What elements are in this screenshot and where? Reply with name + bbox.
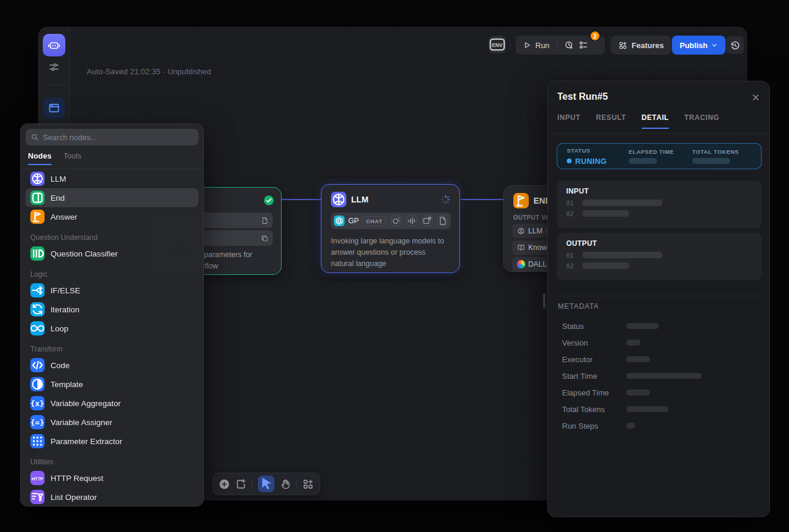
organize-nodes-button[interactable] bbox=[302, 479, 314, 490]
total-tokens-label: TOTAL TOKENS bbox=[692, 148, 739, 155]
input-rows: 01 02 bbox=[566, 200, 662, 217]
node-type-icon bbox=[30, 434, 45, 448]
node-type-icon: {x} bbox=[30, 396, 45, 410]
svg-text:{x}: {x} bbox=[30, 399, 44, 408]
checklist-icon[interactable] bbox=[579, 40, 588, 50]
node-item-answer[interactable]: Answer bbox=[26, 207, 198, 226]
pointer-mode-button[interactable] bbox=[258, 476, 274, 492]
version-history-button[interactable] bbox=[726, 36, 744, 54]
audio-icon bbox=[406, 216, 417, 226]
hand-mode-button[interactable] bbox=[280, 479, 291, 490]
tab-detail[interactable]: DETAIL bbox=[642, 113, 669, 129]
openai-icon bbox=[334, 216, 345, 226]
file-icon bbox=[437, 216, 448, 226]
io-row: 02 bbox=[566, 262, 662, 269]
features-icon bbox=[618, 41, 627, 50]
node-type-icon bbox=[30, 246, 45, 261]
io-row: 02 bbox=[566, 210, 662, 217]
llm-node[interactable]: LLM GPT-4o CHAT Invoking large language … bbox=[321, 184, 460, 273]
node-type-icon bbox=[30, 283, 45, 297]
model-selector[interactable]: GPT-4o CHAT bbox=[331, 213, 451, 229]
node-item-parameter-extractor[interactable]: Parameter Extractor bbox=[26, 432, 198, 451]
run-panel-tabs: INPUT RESULT DETAIL TRACING bbox=[557, 113, 760, 129]
llm-node-description: Invoking large language models to answer… bbox=[331, 236, 450, 270]
node-type-icon bbox=[30, 210, 45, 224]
llm-node-title: LLM bbox=[351, 195, 368, 204]
metadata-row: Start Time bbox=[562, 368, 760, 384]
node-item-variable-aggregator[interactable]: {x} Variable Aggregator bbox=[26, 394, 198, 413]
close-button[interactable] bbox=[750, 92, 761, 103]
chat-mode-badge: CHAT bbox=[362, 216, 386, 226]
app-root: Define the initial parameters for launch… bbox=[0, 0, 789, 532]
node-item-loop[interactable]: Loop bbox=[26, 319, 198, 338]
svg-text:ENV: ENV bbox=[492, 42, 503, 48]
node-item-http-request[interactable]: HTTP HTTP Request bbox=[26, 468, 198, 487]
search-input[interactable] bbox=[43, 133, 193, 142]
preview-panel-button[interactable] bbox=[43, 97, 65, 119]
node-section-transform: Transform bbox=[26, 338, 198, 356]
test-run-panel: Test Run#5 INPUT RESULT DETAIL TRACING S… bbox=[547, 81, 770, 517]
skeleton-placeholder bbox=[626, 356, 650, 362]
add-note-button[interactable] bbox=[235, 479, 247, 490]
robot-icon bbox=[47, 38, 61, 52]
skeleton-placeholder bbox=[582, 200, 662, 206]
env-variables-button[interactable]: ENV bbox=[488, 36, 506, 53]
tab-tracing[interactable]: TRACING bbox=[684, 113, 719, 129]
run-button[interactable]: Run bbox=[523, 41, 550, 50]
node-item-if-else[interactable]: IF/ELSE bbox=[26, 281, 198, 300]
node-item-list-operator[interactable]: List Operator bbox=[26, 487, 198, 506]
metadata-row: Version bbox=[562, 334, 760, 351]
notification-badge: 2 bbox=[589, 30, 601, 42]
variable-source-icon bbox=[517, 243, 525, 252]
skeleton-placeholder bbox=[626, 373, 702, 379]
node-item-iteration[interactable]: Iteration bbox=[26, 300, 198, 319]
elapsed-time-label: ELAPSED TIME bbox=[629, 148, 692, 155]
node-item-llm[interactable]: LLM bbox=[26, 169, 198, 188]
node-type-icon: {=} bbox=[30, 415, 45, 429]
status-value: RUNING bbox=[567, 157, 629, 166]
node-item-template[interactable]: Template bbox=[26, 375, 198, 394]
app-logo[interactable] bbox=[43, 34, 65, 56]
metadata-row: Elapsed Time bbox=[562, 384, 760, 401]
variable-source-label: LLM bbox=[528, 227, 542, 235]
canvas-scrollbar-thumb[interactable] bbox=[543, 293, 545, 309]
svg-text:{=}: {=} bbox=[30, 418, 44, 427]
running-dot-icon bbox=[567, 159, 572, 163]
skeleton-placeholder bbox=[582, 262, 629, 269]
tab-result[interactable]: RESULT bbox=[596, 113, 626, 129]
window-icon bbox=[48, 102, 60, 114]
success-check-icon bbox=[263, 195, 274, 206]
output-rows: 01 02 bbox=[566, 252, 662, 269]
node-item-question-classifier[interactable]: Question Classifier bbox=[26, 244, 198, 263]
chevron-down-icon bbox=[711, 42, 718, 49]
node-item-end[interactable]: End bbox=[26, 188, 198, 207]
node-item-variable-assigner[interactable]: {=} Variable Assigner bbox=[26, 413, 198, 432]
io-row: 01 bbox=[566, 200, 662, 206]
step-run-icon[interactable] bbox=[564, 40, 574, 50]
divider bbox=[252, 479, 253, 489]
node-item-code[interactable]: Code bbox=[26, 356, 198, 375]
metadata-rows: Status Version Executor Start Time bbox=[562, 318, 760, 434]
tab-nodes[interactable]: Nodes bbox=[28, 151, 52, 165]
tab-tools[interactable]: Tools bbox=[64, 151, 81, 165]
svg-text:HTTP: HTTP bbox=[31, 476, 43, 482]
node-type-icon: HTTP bbox=[30, 471, 45, 485]
output-card: OUTPUT 01 02 bbox=[557, 233, 762, 280]
gallery-icon bbox=[422, 216, 433, 226]
search-box[interactable] bbox=[26, 129, 198, 145]
features-button[interactable]: Features bbox=[611, 36, 671, 55]
status-label: STATUS bbox=[567, 147, 629, 154]
add-node-button[interactable] bbox=[219, 479, 230, 490]
skeleton-placeholder bbox=[582, 252, 662, 258]
settings-sliders-icon[interactable] bbox=[49, 62, 59, 72]
skeleton-placeholder bbox=[626, 406, 668, 412]
skeleton-placeholder bbox=[626, 323, 659, 329]
tab-input[interactable]: INPUT bbox=[557, 113, 580, 129]
model-name: GPT-4o bbox=[348, 217, 359, 225]
copy-icon bbox=[261, 235, 269, 242]
node-panel-tabs: Nodes Tools bbox=[28, 151, 81, 165]
skeleton-placeholder bbox=[626, 340, 640, 346]
publish-button[interactable]: Publish bbox=[672, 36, 725, 55]
skeleton-placeholder bbox=[582, 210, 629, 217]
vision-icon bbox=[391, 216, 402, 226]
